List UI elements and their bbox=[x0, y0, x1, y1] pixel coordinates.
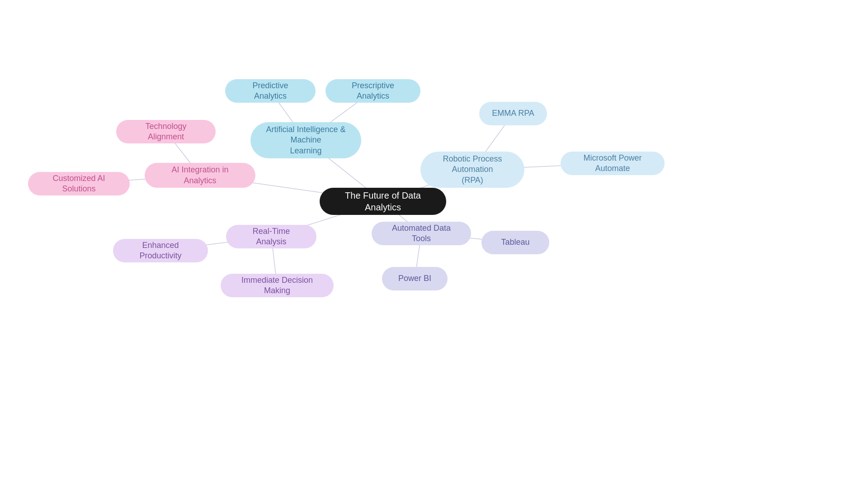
real-time-node[interactable]: Real-Time Analysis bbox=[226, 225, 316, 248]
center-node[interactable]: The Future of Data Analytics bbox=[320, 188, 446, 215]
prescriptive-node[interactable]: Prescriptive Analytics bbox=[326, 79, 420, 103]
ai-ml-node[interactable]: Artificial Intelligence & Machine Learni… bbox=[250, 122, 361, 158]
auto-data-node[interactable]: Automated Data Tools bbox=[372, 222, 471, 245]
ai-integration-node[interactable]: AI Integration in Analytics bbox=[145, 163, 255, 188]
tableau-node[interactable]: Tableau bbox=[481, 231, 549, 254]
power-bi-node[interactable]: Power BI bbox=[382, 267, 448, 290]
emma-node[interactable]: EMMA RPA bbox=[479, 102, 547, 125]
immediate-node[interactable]: Immediate Decision Making bbox=[221, 274, 334, 297]
ms-power-node[interactable]: Microsoft Power Automate bbox=[561, 152, 665, 175]
customized-ai-node[interactable]: Customized AI Solutions bbox=[28, 172, 130, 195]
rpa-node[interactable]: Robotic Process Automation (RPA) bbox=[420, 152, 524, 188]
enhanced-node[interactable]: Enhanced Productivity bbox=[113, 239, 208, 262]
predictive-node[interactable]: Predictive Analytics bbox=[225, 79, 316, 103]
tech-align-node[interactable]: Technology Alignment bbox=[116, 120, 216, 143]
